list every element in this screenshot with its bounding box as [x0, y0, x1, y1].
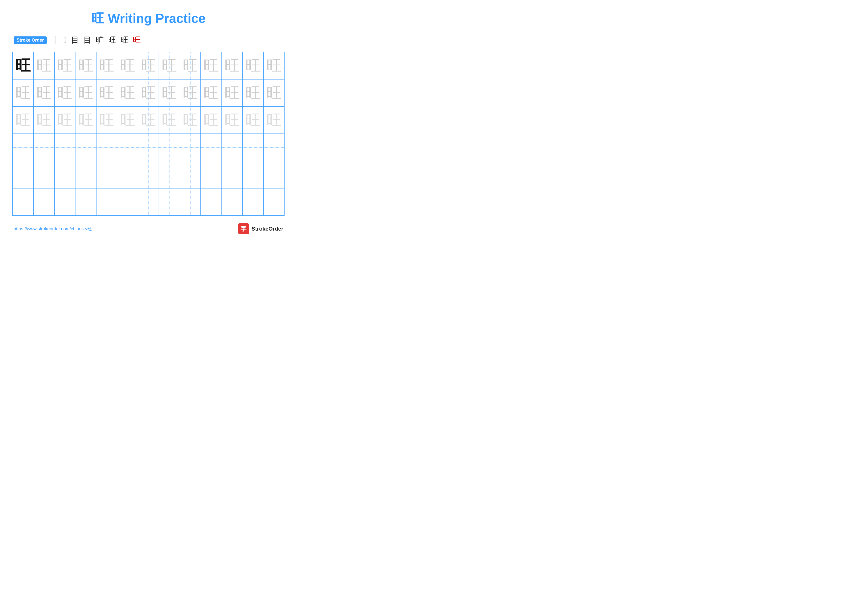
grid-cell[interactable] — [54, 161, 75, 188]
grid-cell[interactable] — [264, 134, 284, 161]
grid-cell[interactable]: 旺 — [117, 79, 138, 107]
practice-char-light: 旺 — [36, 58, 52, 73]
grid-cell[interactable] — [201, 188, 222, 216]
grid-cell[interactable]: 旺 — [201, 52, 222, 79]
grid-cell[interactable]: 旺 — [75, 79, 96, 107]
grid-cell[interactable] — [222, 161, 242, 188]
practice-char-light: 旺 — [78, 58, 93, 73]
stroke-order-badge: Stroke Order — [14, 36, 47, 44]
grid-cell[interactable]: 旺 — [54, 52, 75, 79]
grid-cell[interactable] — [33, 188, 54, 216]
footer-logo-text: StrokeOrder — [252, 225, 283, 232]
grid-cell[interactable] — [33, 134, 54, 161]
grid-cell[interactable] — [264, 161, 284, 188]
grid-cell[interactable] — [138, 188, 159, 216]
grid-cell[interactable] — [96, 134, 117, 161]
grid-cell[interactable]: 旺 — [96, 52, 117, 79]
grid-cell[interactable] — [54, 134, 75, 161]
grid-cell[interactable]: 旺 — [96, 79, 117, 107]
grid-cell[interactable]: 旺 — [201, 107, 222, 134]
grid-cell[interactable] — [201, 161, 222, 188]
practice-char-lighter: 旺 — [36, 112, 52, 128]
grid-cell[interactable]: 旺 — [117, 52, 138, 79]
grid-cell[interactable] — [12, 161, 33, 188]
practice-char-light: 旺 — [78, 85, 93, 101]
stroke-step-6: 旺 — [108, 35, 116, 45]
grid-cell[interactable]: 旺 — [222, 52, 242, 79]
grid-cell[interactable]: 旺 — [12, 107, 33, 134]
practice-char-solid: 旺 — [16, 58, 31, 73]
grid-cell[interactable] — [33, 161, 54, 188]
grid-cell[interactable]: 旺 — [33, 107, 54, 134]
grid-cell[interactable]: 旺 — [242, 79, 263, 107]
grid-cell[interactable] — [242, 134, 263, 161]
page-title: 旺 Writing Practice — [12, 10, 285, 27]
grid-cell[interactable]: 旺 — [264, 107, 284, 134]
grid-cell[interactable] — [159, 161, 180, 188]
practice-char-lighter: 旺 — [57, 112, 73, 128]
practice-char-lighter: 旺 — [203, 112, 219, 128]
practice-char-light: 旺 — [161, 58, 177, 73]
grid-cell[interactable] — [117, 161, 138, 188]
grid-cell[interactable] — [242, 161, 263, 188]
stroke-step-2: 𠃌 — [64, 36, 67, 45]
grid-cell[interactable] — [12, 188, 33, 216]
grid-cell[interactable]: 旺 — [138, 52, 159, 79]
practice-char-lighter: 旺 — [245, 112, 260, 128]
grid-cell[interactable]: 旺 — [180, 107, 201, 134]
grid-cell[interactable] — [159, 188, 180, 216]
grid-cell[interactable] — [138, 161, 159, 188]
grid-cell[interactable]: 旺 — [222, 107, 242, 134]
practice-char-lighter: 旺 — [161, 112, 177, 128]
grid-cell[interactable]: 旺 — [33, 52, 54, 79]
practice-char-light: 旺 — [120, 85, 135, 101]
grid-cell[interactable] — [180, 161, 201, 188]
grid-cell[interactable] — [12, 134, 33, 161]
footer-logo: 字 StrokeOrder — [238, 223, 283, 234]
grid-cell[interactable]: 旺 — [117, 107, 138, 134]
grid-cell[interactable]: 旺 — [242, 52, 263, 79]
grid-cell[interactable]: 旺 — [264, 52, 284, 79]
grid-cell[interactable]: 旺 — [54, 79, 75, 107]
grid-cell[interactable] — [201, 134, 222, 161]
grid-cell[interactable] — [180, 188, 201, 216]
grid-cell[interactable]: 旺 — [33, 79, 54, 107]
grid-cell[interactable]: 旺 — [159, 52, 180, 79]
grid-cell[interactable] — [264, 188, 284, 216]
footer-url[interactable]: https://www.strokeorder.com/chinese/旺 — [14, 226, 92, 232]
stroke-step-3: 目 — [71, 35, 79, 45]
grid-cell[interactable] — [54, 188, 75, 216]
grid-cell[interactable] — [222, 188, 242, 216]
practice-char-light: 旺 — [266, 58, 282, 73]
grid-cell[interactable]: 旺 — [75, 107, 96, 134]
grid-cell[interactable]: 旺 — [264, 79, 284, 107]
grid-cell[interactable] — [75, 134, 96, 161]
grid-cell[interactable]: 旺 — [54, 107, 75, 134]
grid-cell[interactable] — [159, 134, 180, 161]
grid-cell[interactable]: 旺 — [138, 107, 159, 134]
grid-cell[interactable] — [242, 188, 263, 216]
grid-cell[interactable]: 旺 — [222, 79, 242, 107]
grid-cell[interactable]: 旺 — [12, 52, 33, 79]
grid-cell[interactable]: 旺 — [201, 79, 222, 107]
grid-cell[interactable] — [222, 134, 242, 161]
grid-cell[interactable] — [75, 188, 96, 216]
grid-cell[interactable]: 旺 — [242, 107, 263, 134]
practice-char-light: 旺 — [36, 85, 52, 101]
practice-char-lighter: 旺 — [225, 112, 240, 128]
grid-cell[interactable] — [96, 188, 117, 216]
grid-cell[interactable]: 旺 — [138, 79, 159, 107]
grid-cell[interactable] — [117, 134, 138, 161]
grid-cell[interactable] — [96, 161, 117, 188]
grid-cell[interactable] — [75, 161, 96, 188]
grid-cell[interactable] — [138, 134, 159, 161]
grid-cell[interactable]: 旺 — [159, 79, 180, 107]
grid-cell[interactable] — [117, 188, 138, 216]
grid-cell[interactable]: 旺 — [75, 52, 96, 79]
grid-cell[interactable]: 旺 — [180, 79, 201, 107]
grid-cell[interactable] — [180, 134, 201, 161]
grid-cell[interactable]: 旺 — [180, 52, 201, 79]
grid-cell[interactable]: 旺 — [12, 79, 33, 107]
grid-cell[interactable]: 旺 — [96, 107, 117, 134]
grid-cell[interactable]: 旺 — [159, 107, 180, 134]
